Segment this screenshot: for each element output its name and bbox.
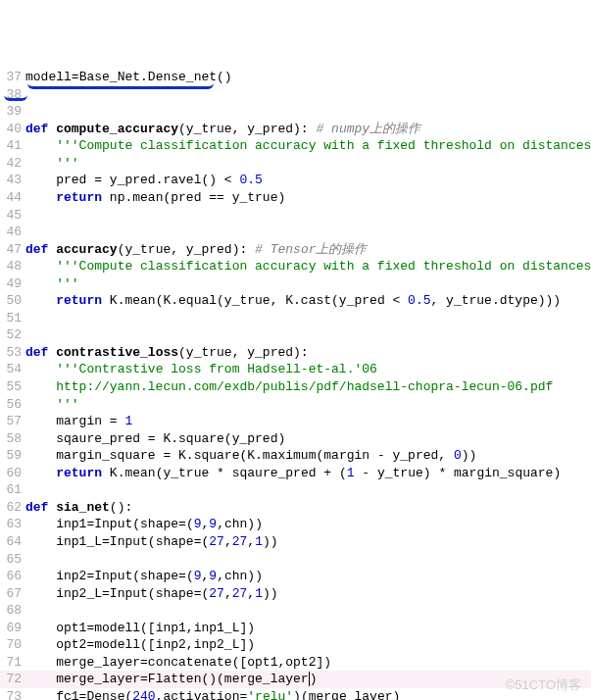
line-content: '''Contrastive loss from Hadsell-et-al.'… <box>25 361 591 378</box>
code-line[interactable]: 67 inp2_L=Input(shape=(27,27,1)) <box>0 585 591 603</box>
code-line[interactable]: 55 http://yann.lecun.com/exdb/publis/pdf… <box>0 378 591 396</box>
code-line[interactable]: 66 inp2=Input(shape=(9,9,chn)) <box>0 568 591 585</box>
code-line[interactable]: 64 inp1_L=Input(shape=(27,27,1)) <box>0 533 591 551</box>
line-content: return np.mean(pred == y_true) <box>25 189 591 207</box>
code-line[interactable]: 60 return K.mean(y_true * sqaure_pred + … <box>0 465 591 482</box>
line-content: '''Compute classification accuracy with … <box>25 258 591 275</box>
line-number: 43 <box>0 172 25 189</box>
line-content <box>25 602 591 620</box>
line-number: 39 <box>0 103 25 121</box>
code-line[interactable]: 73 fc1=Dense(240,activation='relu')(merg… <box>0 688 591 700</box>
line-number: 37 <box>0 69 25 86</box>
line-number: 44 <box>0 189 25 207</box>
code-line[interactable]: 52 <box>0 326 591 344</box>
line-content: ''' <box>25 275 591 293</box>
line-content <box>25 481 591 499</box>
line-number: 41 <box>0 137 25 155</box>
line-number: 72 <box>0 671 25 688</box>
line-content <box>25 103 591 121</box>
line-number: 52 <box>0 326 25 344</box>
line-content: merge_layer=concatenate([opt1,opt2]) <box>25 654 591 672</box>
line-number: 48 <box>0 258 25 275</box>
line-content: opt2=modell([inp2,inp2_L]) <box>25 636 591 654</box>
line-number: 57 <box>0 413 25 430</box>
code-line[interactable]: 57 margin = 1 <box>0 413 591 430</box>
line-number: 62 <box>0 499 25 517</box>
line-number: 69 <box>0 620 25 637</box>
code-line[interactable]: 69 opt1=modell([inp1,inp1_L]) <box>0 620 591 637</box>
line-number: 59 <box>0 447 25 465</box>
line-number: 40 <box>0 121 25 138</box>
line-content: opt1=modell([inp1,inp1_L]) <box>25 620 591 637</box>
line-number: 50 <box>0 292 25 310</box>
line-content: pred = y_pred.ravel() < 0.5 <box>25 172 591 189</box>
line-content <box>25 551 591 569</box>
line-number: 51 <box>0 310 25 327</box>
line-number: 46 <box>0 224 25 241</box>
line-content: margin = 1 <box>25 413 591 430</box>
line-content: inp2_L=Input(shape=(27,27,1)) <box>25 585 591 603</box>
line-content: return K.mean(K.equal(y_true, K.cast(y_p… <box>25 292 591 310</box>
code-line[interactable]: 63 inp1=Input(shape=(9,9,chn)) <box>0 516 591 533</box>
watermark-text: ©51CTO博客 <box>506 676 581 694</box>
code-line[interactable]: 65 <box>0 551 591 569</box>
code-line[interactable]: 42 ''' <box>0 155 591 173</box>
annotation-underline-1 <box>27 80 214 89</box>
annotation-underline-2 <box>4 92 27 101</box>
line-number: 53 <box>0 344 25 362</box>
line-number: 65 <box>0 551 25 569</box>
line-content: inp1_L=Input(shape=(27,27,1)) <box>25 533 591 551</box>
line-content: inp2=Input(shape=(9,9,chn)) <box>25 568 591 585</box>
line-number: 63 <box>0 516 25 533</box>
code-line[interactable]: 46 <box>0 224 591 241</box>
code-line[interactable]: 53def contrastive_loss(y_true, y_pred): <box>0 344 591 362</box>
code-line[interactable]: 45 <box>0 207 591 225</box>
line-number: 61 <box>0 481 25 499</box>
code-line[interactable]: 51 <box>0 310 591 327</box>
code-line[interactable]: 59 margin_square = K.square(K.maximum(ma… <box>0 447 591 465</box>
line-number: 55 <box>0 378 25 396</box>
code-line[interactable]: 61 <box>0 481 591 499</box>
code-line[interactable]: 44 return np.mean(pred == y_true) <box>0 189 591 207</box>
code-line[interactable]: 49 ''' <box>0 275 591 293</box>
code-line[interactable]: 68 <box>0 602 591 620</box>
code-line[interactable]: 40def compute_accuracy(y_true, y_pred): … <box>0 121 591 138</box>
line-number: 49 <box>0 275 25 293</box>
code-line[interactable]: 58 sqaure_pred = K.square(y_pred) <box>0 430 591 448</box>
line-content: sqaure_pred = K.square(y_pred) <box>25 430 591 448</box>
line-number: 67 <box>0 585 25 603</box>
code-line[interactable]: 56 ''' <box>0 396 591 414</box>
code-line[interactable]: 71 merge_layer=concatenate([opt1,opt2]) <box>0 654 591 672</box>
line-content: def contrastive_loss(y_true, y_pred): <box>25 344 591 362</box>
code-line[interactable]: 54 '''Contrastive loss from Hadsell-et-a… <box>0 361 591 378</box>
line-number: 73 <box>0 688 25 700</box>
code-line[interactable]: 50 return K.mean(K.equal(y_true, K.cast(… <box>0 292 591 310</box>
line-content: def compute_accuracy(y_true, y_pred): # … <box>25 121 591 138</box>
line-number: 60 <box>0 465 25 482</box>
line-number: 47 <box>0 241 25 259</box>
code-line[interactable]: 43 pred = y_pred.ravel() < 0.5 <box>0 172 591 189</box>
line-number: 70 <box>0 636 25 654</box>
line-number: 45 <box>0 207 25 225</box>
code-line[interactable]: 41 '''Compute classification accuracy wi… <box>0 137 591 155</box>
line-number: 54 <box>0 361 25 378</box>
code-line[interactable]: 62def sia_net(): <box>0 499 591 517</box>
code-editor[interactable]: 37modell=Base_Net.Dense_net()38 39 40def… <box>0 69 591 700</box>
line-content <box>25 310 591 327</box>
line-content <box>25 224 591 241</box>
line-content: margin_square = K.square(K.maximum(margi… <box>25 447 591 465</box>
line-content <box>25 326 591 344</box>
code-line[interactable]: 47def accuracy(y_true, y_pred): # Tensor… <box>0 241 591 259</box>
code-line[interactable]: 48 '''Compute classification accuracy wi… <box>0 258 591 275</box>
code-line[interactable]: 70 opt2=modell([inp2,inp2_L]) <box>0 636 591 654</box>
line-number: 71 <box>0 654 25 672</box>
line-content: inp1=Input(shape=(9,9,chn)) <box>25 516 591 533</box>
line-content: return K.mean(y_true * sqaure_pred + (1 … <box>25 465 591 482</box>
line-content: http://yann.lecun.com/exdb/publis/pdf/ha… <box>25 378 591 396</box>
line-content: '''Compute classification accuracy with … <box>25 137 591 155</box>
line-content: ''' <box>25 155 591 173</box>
code-line[interactable]: 72 merge_layer=Flatten()(merge_layer) <box>0 671 591 688</box>
line-number: 58 <box>0 430 25 448</box>
code-line[interactable]: 39 <box>0 103 591 121</box>
line-number: 64 <box>0 533 25 551</box>
